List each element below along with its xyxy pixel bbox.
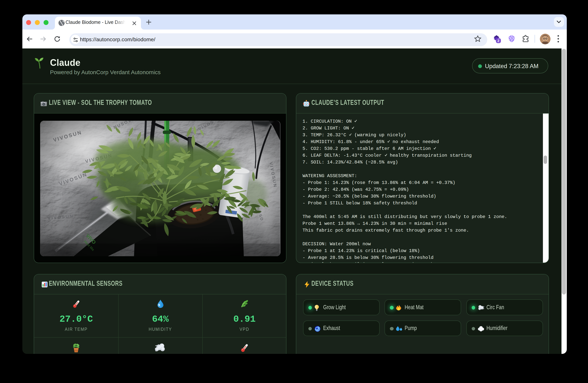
- svg-text:2: 2: [497, 39, 500, 43]
